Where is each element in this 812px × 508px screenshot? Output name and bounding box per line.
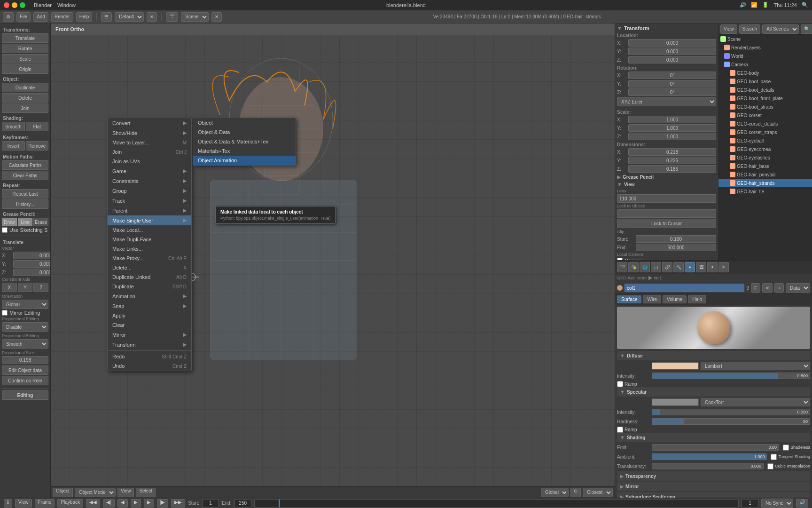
repeat-last-btn[interactable]: Repeat Last xyxy=(2,189,48,198)
axis-z[interactable]: Z xyxy=(33,283,48,292)
translucency-track[interactable]: 0.000 xyxy=(652,463,764,469)
next-frame-btn[interactable]: ▶ xyxy=(144,499,154,508)
confirm-on-rele-btn[interactable]: Confirm on Rele xyxy=(2,376,48,385)
specular-header[interactable]: ▼ Specular xyxy=(617,387,810,397)
subsurface-header[interactable]: ▶ Subsurface Scattering xyxy=(617,492,810,498)
vp-object-btn[interactable]: Object xyxy=(53,488,73,497)
bottom-frame-btn[interactable]: Frame xyxy=(35,499,55,508)
ctx-game[interactable]: Game▶ xyxy=(108,166,191,176)
proportional-size[interactable] xyxy=(2,356,48,364)
rot-z-input[interactable] xyxy=(628,88,716,96)
mirror-editing-check[interactable] xyxy=(2,310,8,316)
ctx-transform[interactable]: Transform▶ xyxy=(108,340,191,349)
diffuse-color-swatch[interactable] xyxy=(652,362,699,370)
material-x[interactable]: ✕ xyxy=(762,283,773,293)
timeline[interactable] xyxy=(254,499,739,508)
use-sketching-check[interactable] xyxy=(2,227,8,233)
layout-close[interactable]: ✕ xyxy=(147,12,157,22)
draw-btn[interactable]: Draw xyxy=(2,218,17,226)
diffuse-intensity-track[interactable]: 0.800 xyxy=(652,373,810,379)
scene-close[interactable]: ✕ xyxy=(211,12,222,22)
transparency-header[interactable]: ▶ Transparency xyxy=(617,471,810,481)
loc-z-input[interactable] xyxy=(628,56,716,64)
prev-frame-btn[interactable]: ◀ xyxy=(117,499,128,508)
outliner-geo-eyeball[interactable]: GEO-eyeball xyxy=(718,136,812,145)
props-tab-constraints[interactable]: 🔗 xyxy=(662,262,672,272)
ctx-group[interactable]: Group▶ xyxy=(108,186,191,196)
ctx-join-uvs[interactable]: Join as UVs xyxy=(108,157,191,166)
tangent-check[interactable] xyxy=(771,454,777,460)
remove-btn[interactable]: Remove xyxy=(26,141,49,151)
rotate-btn[interactable]: Rotate xyxy=(2,44,48,53)
editing-bottom-btn[interactable]: Editing xyxy=(2,390,48,400)
erase-btn[interactable]: Erase xyxy=(33,218,48,226)
outliner-camera[interactable]: Camera xyxy=(718,60,812,69)
audio-btn[interactable]: 🔊 xyxy=(796,499,808,508)
join-btn[interactable]: Join xyxy=(2,103,48,113)
outliner-geo-hair-strands[interactable]: GEO-hair_strands xyxy=(718,179,812,187)
render-menu[interactable]: Render xyxy=(51,12,73,22)
props-tab-world[interactable]: 🌐 xyxy=(640,262,650,272)
ctx-apply[interactable]: Apply xyxy=(108,311,191,320)
loc-y-input[interactable] xyxy=(628,48,716,55)
props-tab-modifier[interactable]: 🔧 xyxy=(673,262,684,272)
line-btn[interactable]: Line xyxy=(18,218,33,226)
end-input[interactable] xyxy=(234,499,251,508)
proportional-select[interactable]: Disable xyxy=(2,322,48,332)
outliner-geo-hair-base[interactable]: GEO-hair_base xyxy=(718,162,812,170)
outliner-scene[interactable]: Scene xyxy=(718,35,812,43)
view-btn[interactable]: View xyxy=(720,24,737,34)
ctx-move-layer[interactable]: Move to Layer...M xyxy=(108,138,191,147)
maximize-btn[interactable] xyxy=(20,2,25,8)
ctx-redo[interactable]: RedoShift Cmd Z xyxy=(108,352,191,361)
outliner-geo-body[interactable]: GEO-body xyxy=(718,69,812,77)
play-btn[interactable]: ◀◀ xyxy=(86,499,100,508)
clip-end-input[interactable] xyxy=(636,244,716,251)
dim-z-input[interactable] xyxy=(628,165,716,173)
clear-paths-btn[interactable]: Clear Paths xyxy=(2,171,48,180)
outliner-geo-boot-straps[interactable]: GEO-boot_straps xyxy=(718,103,812,111)
ctx-delete[interactable]: Delete...X xyxy=(108,263,191,272)
vp-view-menu[interactable]: View xyxy=(117,488,134,497)
props-tab-physics[interactable]: ⚛ xyxy=(718,262,729,272)
scene-select[interactable]: Scene xyxy=(181,12,209,22)
mirror-header[interactable]: ▶ Mirror xyxy=(617,482,810,491)
axis-y[interactable]: Y xyxy=(18,283,33,292)
emit-track[interactable]: 0.00 xyxy=(652,444,779,451)
next-keyframe-btn[interactable]: |▶ xyxy=(157,499,169,508)
scale-z-input[interactable] xyxy=(628,133,716,140)
specular-ramp-check[interactable] xyxy=(617,427,623,433)
outliner-renderlayers[interactable]: RenderLayers xyxy=(718,43,812,52)
vp-mode-select[interactable]: Object Mode xyxy=(75,488,116,497)
shadeless-check[interactable] xyxy=(783,444,789,451)
mat-tab-halo[interactable]: Halo xyxy=(688,295,706,303)
bottom-view-btn[interactable]: View xyxy=(15,499,32,508)
ctx-showhide[interactable]: Show/Hide▶ xyxy=(108,128,191,138)
outliner-geo-hair-tie[interactable]: GEO-hair_tie xyxy=(718,187,812,196)
app-menu-window[interactable]: Window xyxy=(57,2,76,8)
ctx-join[interactable]: JoinCtrl J xyxy=(108,147,191,157)
rot-y-input[interactable] xyxy=(628,80,716,87)
props-tab-texture[interactable]: 🖼 xyxy=(696,262,706,272)
sub-object[interactable]: Object xyxy=(193,118,296,127)
camera-check[interactable] xyxy=(617,258,623,260)
vp-global-select[interactable]: Global xyxy=(541,488,569,497)
flat-btn[interactable]: Flat xyxy=(26,122,49,131)
help-menu[interactable]: Help xyxy=(76,12,93,22)
props-tab-object[interactable]: ▢ xyxy=(651,262,661,272)
material-data-select[interactable]: Data xyxy=(786,283,810,293)
diffuse-ramp-check[interactable] xyxy=(617,381,623,387)
info-icon-btn[interactable]: ℹ xyxy=(4,499,12,508)
file-menu[interactable]: File xyxy=(16,12,31,22)
axis-x[interactable]: X xyxy=(2,283,17,292)
ctx-make-local[interactable]: Make Local... xyxy=(108,225,191,235)
ctx-track[interactable]: Track▶ xyxy=(108,196,191,206)
ctx-dup-linked[interactable]: Duplicate LinkedAlt D xyxy=(108,272,191,282)
engine-icon[interactable]: ⚙ xyxy=(3,12,14,22)
ctx-make-dupli[interactable]: Make Dupli-Face xyxy=(108,235,191,244)
specular-color-swatch[interactable] xyxy=(652,398,699,406)
ctx-undo[interactable]: UndoCmd Z xyxy=(108,361,191,371)
sub-materials-tex[interactable]: Materials+Tex xyxy=(193,146,296,156)
history-btn[interactable]: History... xyxy=(2,199,48,209)
ctx-convert[interactable]: Convert▶ xyxy=(108,118,191,128)
